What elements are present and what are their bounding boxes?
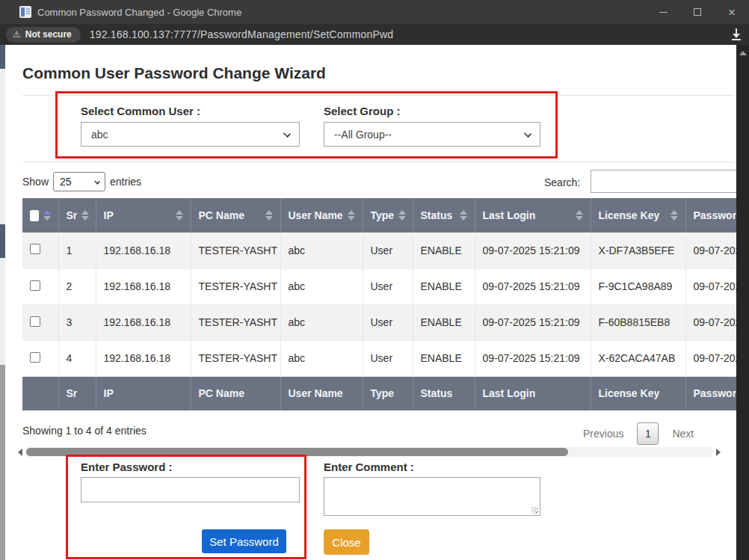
edge-sliver (0, 224, 5, 258)
footer-cell-checkbox (22, 376, 58, 410)
cell-sr: 3 (58, 304, 96, 340)
page-number-button[interactable]: 1 (637, 422, 659, 445)
show-label: Show (22, 176, 49, 188)
cell-checkbox (22, 268, 58, 304)
common-user-select[interactable]: abc (81, 122, 300, 147)
cell-type: User (363, 304, 413, 340)
column-label: Last Login (483, 209, 536, 221)
sort-icon (460, 210, 467, 221)
footer-cell-last_login: Last Login (475, 376, 591, 410)
column-label: Status (421, 209, 453, 221)
sort-icon (348, 210, 355, 221)
cell-sr: 4 (58, 340, 96, 376)
group-label: Select Group : (324, 105, 401, 117)
next-button[interactable]: Next (672, 428, 694, 440)
common-user-label: Select Common User : (81, 105, 200, 117)
cell-license_key: F-9C1CA98A89 (591, 268, 685, 304)
column-label: IP (104, 209, 114, 221)
scroll-right-icon[interactable] (716, 449, 721, 456)
column-header-ip[interactable]: IP (96, 198, 191, 233)
search-label: Search: (544, 176, 580, 188)
minimize-icon (659, 12, 668, 13)
close-dialog-button[interactable]: Close (324, 529, 369, 555)
cell-license_key: X-DF7A3B5EFE (591, 233, 685, 268)
sort-icon (576, 210, 583, 221)
column-label: Type (371, 209, 395, 221)
cell-pc_name: TESTER-YASHT (191, 304, 280, 340)
set-password-button[interactable]: Set Password (202, 529, 286, 553)
cell-user_name: abc (280, 304, 363, 340)
table-row: 4192.168.16.18TESTER-YASHTabcUserENABLE0… (22, 340, 749, 376)
cell-sr: 1 (58, 233, 96, 268)
maximize-icon (694, 8, 701, 16)
column-header-license_key[interactable]: License Key (591, 198, 685, 233)
cell-checkbox (22, 340, 58, 376)
chevron-down-icon (524, 130, 531, 138)
password-input[interactable] (81, 477, 300, 502)
column-header-status[interactable]: Status (413, 198, 475, 233)
group-value: --All Group-- (324, 129, 392, 141)
cell-type: User (363, 340, 413, 376)
cell-license_key: F-60B8815EB8 (591, 304, 685, 340)
sort-icon (81, 210, 89, 221)
column-label: User Name (289, 209, 343, 221)
page-title: Common User Password Change Wizard (22, 64, 326, 82)
column-header-user_name[interactable]: User Name (280, 198, 363, 233)
group-select[interactable]: --All Group-- (324, 122, 540, 147)
cell-license_key: X-62CACA47AB (591, 340, 685, 376)
url-bar: ⚠ Not secure 192.168.100.137:7777/Passwo… (0, 24, 749, 45)
footer-cell-status: Status (413, 376, 475, 410)
sort-icon (265, 210, 273, 221)
scroll-up-icon[interactable] (739, 51, 747, 55)
column-label: PC Name (199, 209, 244, 221)
cell-status: ENABLE (413, 340, 475, 376)
address-url[interactable]: 192.168.100.137:7777/PasswordManagement/… (90, 28, 394, 40)
footer-cell-license_key: License Key (591, 376, 685, 410)
minimize-button[interactable] (646, 0, 680, 24)
table-row: 1192.168.16.18TESTER-YASHTabcUserENABLE0… (22, 233, 749, 268)
edge-sliver (0, 69, 5, 224)
row-checkbox[interactable] (30, 316, 40, 327)
common-user-value: abc (81, 129, 108, 141)
maximize-button[interactable] (680, 0, 715, 24)
download-icon[interactable] (730, 28, 743, 41)
previous-button[interactable]: Previous (583, 428, 623, 440)
close-button[interactable]: × (715, 0, 749, 24)
browser-window: Common Password Changed - Google Chrome … (0, 0, 749, 560)
table-row: 2192.168.16.18TESTER-YASHTabcUserENABLE0… (22, 268, 749, 304)
vertical-scrollbar[interactable] (736, 45, 749, 560)
footer-cell-type: Type (363, 376, 413, 410)
column-label: Password (694, 209, 743, 221)
select-all-checkbox[interactable] (30, 210, 39, 221)
cell-pc_name: TESTER-YASHT (191, 233, 280, 268)
edge-sliver (0, 365, 5, 560)
row-checkbox[interactable] (30, 280, 40, 291)
entries-label: entries (110, 176, 141, 188)
app-favicon-icon (19, 6, 31, 18)
entries-select[interactable]: 25 (53, 172, 105, 191)
column-header-pc_name[interactable]: PC Name (191, 198, 280, 233)
column-header-last_login[interactable]: Last Login (475, 198, 591, 233)
security-badge[interactable]: ⚠ Not secure (6, 27, 81, 43)
cell-sr: 2 (58, 268, 96, 304)
cell-user_name: abc (280, 268, 363, 304)
row-checkbox[interactable] (30, 244, 40, 254)
title-bar: Common Password Changed - Google Chrome … (0, 0, 749, 24)
password-label: Enter Password : (81, 461, 173, 473)
window-title: Common Password Changed - Google Chrome (37, 7, 241, 18)
cell-status: ENABLE (413, 304, 475, 340)
column-header-checkbox[interactable] (22, 198, 58, 233)
column-header-sr[interactable]: Sr (58, 198, 96, 233)
cell-last_login: 09-07-2025 15:21:09 (475, 340, 591, 376)
search-input[interactable] (591, 170, 749, 193)
resize-grip-icon[interactable] (531, 507, 538, 514)
cell-ip: 192.168.16.18 (96, 340, 191, 376)
table-footer: SrIPPC NameUser NameTypeStatusLast Login… (22, 376, 749, 410)
scroll-left-icon[interactable] (18, 449, 22, 456)
row-checkbox[interactable] (30, 352, 40, 363)
column-header-type[interactable]: Type (363, 198, 413, 233)
comment-textarea[interactable] (324, 477, 540, 516)
pagination: Previous 1 Next (583, 422, 694, 445)
cell-type: User (363, 233, 413, 268)
chevron-down-icon (283, 130, 291, 138)
